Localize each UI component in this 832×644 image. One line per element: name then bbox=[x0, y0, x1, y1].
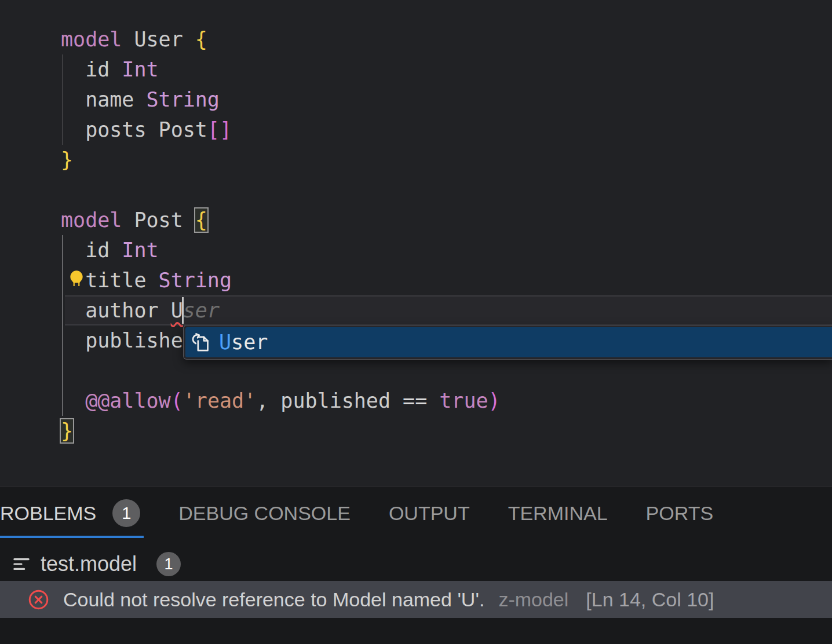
code-line[interactable]: id Int bbox=[0, 235, 832, 265]
suggest-label-match: U bbox=[219, 331, 231, 354]
code-token: ) bbox=[488, 389, 501, 412]
problem-source: z-model bbox=[498, 588, 568, 611]
code-token: author bbox=[61, 299, 171, 322]
problem-row[interactable]: Could not resolve reference to Model nam… bbox=[0, 581, 832, 618]
tab-badge: 1 bbox=[112, 499, 140, 527]
code-line[interactable]: model User { bbox=[0, 24, 832, 54]
tab-label: PORTS bbox=[646, 502, 714, 525]
code-line[interactable]: @@allow('read', published == true) bbox=[0, 386, 832, 416]
code-token: @@allow bbox=[85, 389, 171, 412]
error-icon bbox=[28, 589, 49, 610]
code-token: model bbox=[61, 28, 134, 51]
code-token: model bbox=[61, 208, 134, 232]
code-token: } bbox=[61, 148, 73, 171]
code-token: publishe bbox=[61, 329, 183, 352]
code-token: ( bbox=[171, 389, 183, 412]
suggest-label: User bbox=[219, 331, 268, 354]
tab-debug-console[interactable]: DEBUG CONSOLE bbox=[178, 487, 351, 539]
problem-message: Could not resolve reference to Model nam… bbox=[63, 588, 484, 611]
code-lines: model User { id Int name String posts Po… bbox=[0, 24, 832, 446]
code-token: String bbox=[147, 88, 220, 111]
reference-icon bbox=[189, 331, 212, 354]
code-token: U bbox=[171, 299, 183, 322]
tab-output[interactable]: OUTPUT bbox=[389, 487, 470, 539]
code-token: User bbox=[134, 28, 195, 51]
code-line[interactable]: } bbox=[0, 416, 832, 446]
problems-file-group[interactable]: test.model 1 bbox=[0, 547, 832, 581]
code-token: ser bbox=[183, 299, 220, 322]
code-token: posts bbox=[61, 118, 159, 141]
bracket-match: { bbox=[195, 208, 207, 232]
file-problem-count-badge: 1 bbox=[156, 552, 181, 576]
code-token: , bbox=[256, 389, 280, 412]
file-name: test.model bbox=[41, 552, 137, 576]
code-token: == bbox=[403, 389, 439, 412]
code-line[interactable]: title String bbox=[0, 265, 832, 295]
code-line[interactable]: id Int bbox=[0, 54, 832, 85]
suggest-label-rest: ser bbox=[231, 331, 268, 354]
tab-label: OUTPUT bbox=[389, 502, 470, 525]
text-cursor bbox=[182, 297, 184, 324]
code-line[interactable] bbox=[0, 175, 832, 205]
code-token: true bbox=[439, 389, 488, 412]
tab-label: DEBUG CONSOLE bbox=[178, 502, 351, 525]
zmodel-file-icon bbox=[13, 555, 30, 573]
code-token: String bbox=[159, 269, 232, 292]
tab-label: ROBLEMS bbox=[0, 502, 96, 525]
code-token: 'read' bbox=[183, 389, 256, 412]
panel-tabs: ROBLEMS1DEBUG CONSOLEOUTPUTTERMINALPORTS bbox=[0, 487, 832, 539]
code-line[interactable]: author User bbox=[0, 295, 832, 325]
code-token: Int bbox=[122, 58, 158, 81]
suggest-item-user[interactable]: User bbox=[185, 327, 832, 357]
code-token: Int bbox=[122, 239, 158, 262]
code-line[interactable] bbox=[0, 356, 832, 386]
tab-terminal[interactable]: TERMINAL bbox=[508, 487, 608, 539]
code-line[interactable]: } bbox=[0, 145, 832, 175]
tab-label: TERMINAL bbox=[508, 502, 608, 525]
tab-roblems[interactable]: ROBLEMS1 bbox=[0, 487, 140, 539]
problem-location: [Ln 14, Col 10] bbox=[586, 588, 714, 611]
lightbulb-icon[interactable] bbox=[67, 269, 86, 292]
code-token: Post bbox=[159, 118, 207, 141]
code-token: Post bbox=[134, 208, 195, 232]
code-token bbox=[61, 389, 85, 412]
code-token: { bbox=[195, 28, 207, 51]
bracket-match: } bbox=[61, 419, 73, 442]
bottom-panel: ROBLEMS1DEBUG CONSOLEOUTPUTTERMINALPORTS… bbox=[0, 486, 832, 644]
suggest-widget: User bbox=[183, 325, 832, 360]
code-token: id bbox=[61, 58, 122, 81]
code-editor[interactable]: model User { id Int name String posts Po… bbox=[0, 0, 832, 486]
code-token: name bbox=[61, 88, 147, 111]
code-line[interactable]: posts Post[] bbox=[0, 115, 832, 145]
tab-ports[interactable]: PORTS bbox=[646, 487, 714, 539]
code-token: [] bbox=[207, 118, 232, 141]
code-token: published bbox=[280, 389, 403, 412]
code-line[interactable]: model Post { bbox=[0, 205, 832, 235]
code-token: id bbox=[61, 239, 122, 262]
code-line[interactable]: name String bbox=[0, 85, 832, 115]
